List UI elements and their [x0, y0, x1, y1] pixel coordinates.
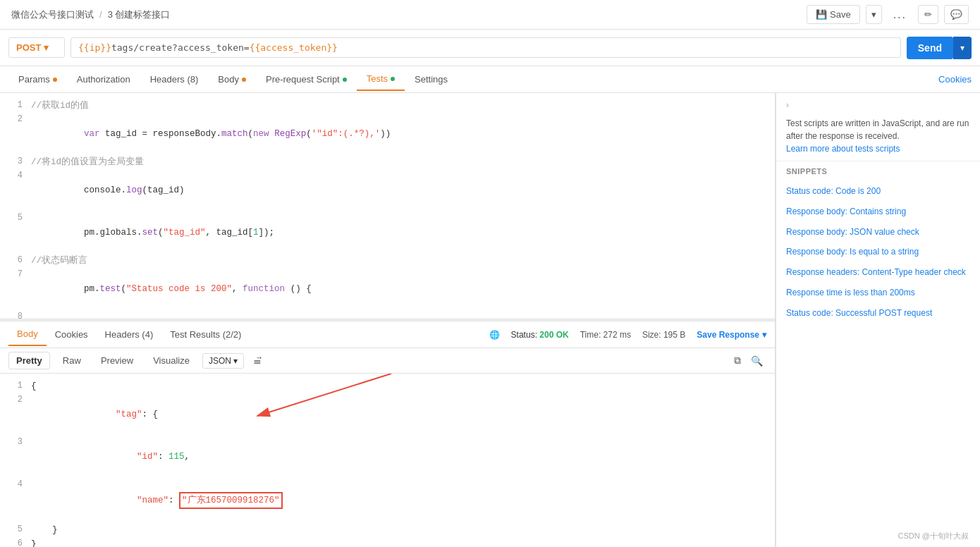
- save-resp-chevron: ▾: [762, 330, 766, 340]
- breadcrumb-separator: /: [99, 9, 102, 20]
- response-status: 🌐 Status: 200 OK Time: 272 ms Size: 195 …: [489, 330, 766, 340]
- resp-line-1: 1 {: [0, 379, 775, 393]
- send-dropdown-button[interactable]: ▾: [953, 37, 972, 59]
- search-button[interactable]: 🔍: [747, 352, 766, 369]
- header-left: 微信公众号接口测试 / 3 创建标签接口: [11, 8, 170, 21]
- save-response-button[interactable]: Save Response ▾: [697, 330, 766, 340]
- method-chevron-icon: ▾: [44, 42, 49, 53]
- header-right: 💾 Save ▾ ... ✏ 💬: [807, 5, 969, 25]
- send-wrapper: Send ▾: [907, 37, 972, 59]
- tests-dot: [391, 77, 395, 81]
- save-icon: 💾: [816, 9, 827, 20]
- status-ok: 200 OK: [539, 330, 568, 340]
- format-chevron-icon: ▾: [233, 356, 238, 366]
- url-path: tags/create?access_token=: [111, 42, 250, 53]
- right-panel-expand-icon[interactable]: ›: [786, 100, 789, 110]
- snippet-status-200[interactable]: Status code: Code is 200: [776, 181, 980, 202]
- response-time: Time: 272 ms: [580, 330, 631, 340]
- response-section: Body Cookies Headers (4) Test Results (2…: [0, 321, 775, 547]
- url-container[interactable]: {{ip}} tags/create?access_token= {{acces…: [71, 37, 901, 58]
- snippet-body-contains-string[interactable]: Response body: Contains string: [776, 202, 980, 222]
- snippet-json-value-check[interactable]: Response body: JSON value check: [776, 222, 980, 242]
- resp-line-2: 2 "tag": {: [0, 393, 775, 436]
- request-name: 3 创建标签接口: [108, 8, 171, 21]
- code-line-6: 6 //状态码断言: [0, 254, 775, 268]
- right-panel-description: Test scripts are written in JavaScript, …: [776, 117, 980, 161]
- code-editor[interactable]: 1 //获取id的值 2 var tag_id = responseBody.m…: [0, 93, 775, 319]
- more-options-button[interactable]: ...: [888, 5, 912, 25]
- url-suffix-variable: {{access_token}}: [250, 42, 338, 53]
- snippet-content-type-check[interactable]: Response headers: Content-Type header ch…: [776, 262, 980, 283]
- code-line-2: 2 var tag_id = responseBody.match(new Re…: [0, 113, 775, 155]
- learn-more-link[interactable]: Learn more about tests scripts: [786, 144, 900, 154]
- url-prefix-variable: {{ip}}: [78, 42, 111, 53]
- tab-cookies[interactable]: Cookies: [938, 74, 972, 85]
- resp-line-3: 3 "id": 115,: [0, 436, 775, 478]
- method-select[interactable]: POST ▾: [8, 37, 65, 58]
- resp-line-6: 6 }: [0, 537, 775, 547]
- resp-line-4: 4 "name": "广东1657009918276": [0, 478, 775, 523]
- format-select[interactable]: JSON ▾: [202, 353, 244, 369]
- url-bar: POST ▾ {{ip}} tags/create?access_token= …: [0, 30, 980, 66]
- resp-tab-test-results[interactable]: Test Results (2/2): [161, 324, 250, 345]
- resp-tab-cookies[interactable]: Cookies: [47, 324, 97, 345]
- fmt-right: ⧉ 🔍: [730, 352, 766, 369]
- response-tabs-bar: Body Cookies Headers (4) Test Results (2…: [0, 321, 775, 348]
- fmt-tab-pretty[interactable]: Pretty: [8, 352, 50, 369]
- resp-line-5: 5 }: [0, 523, 775, 537]
- header: 微信公众号接口测试 / 3 创建标签接口 💾 Save ▾ ... ✏ 💬: [0, 0, 980, 30]
- snippets-header: SNIPPETS: [776, 161, 980, 181]
- resp-tab-body[interactable]: Body: [8, 323, 47, 346]
- code-line-5: 5 pm.globals.set("tag_id", tag_id[1]);: [0, 211, 775, 254]
- tab-params[interactable]: Params: [8, 68, 67, 90]
- tab-pre-request-script[interactable]: Pre-request Script: [256, 68, 357, 90]
- main-area: 1 //获取id的值 2 var tag_id = responseBody.m…: [0, 93, 980, 547]
- comment-button[interactable]: 💬: [944, 5, 969, 24]
- response-body: 1 { 2 "tag": { 3 "id": 115,: [0, 374, 775, 547]
- response-size: Size: 195 B: [642, 330, 685, 340]
- code-line-7: 7 pm.test("Status code is 200", function…: [0, 268, 775, 310]
- fmt-tab-preview[interactable]: Preview: [94, 352, 140, 369]
- params-dot: [53, 78, 57, 82]
- code-line-4: 4 console.log(tag_id): [0, 169, 775, 211]
- globe-icon: 🌐: [489, 330, 500, 340]
- snippet-response-time[interactable]: Response time is less than 200ms: [776, 283, 980, 303]
- snippet-body-equal-string[interactable]: Response body: Is equal to a string: [776, 242, 980, 262]
- fmt-tab-raw[interactable]: Raw: [56, 352, 88, 369]
- save-dropdown-button[interactable]: ▾: [866, 5, 882, 24]
- tab-headers[interactable]: Headers (8): [140, 68, 209, 90]
- tab-body[interactable]: Body: [208, 68, 256, 90]
- tabs-bar: Params Authorization Headers (8) Body Pr…: [0, 66, 980, 93]
- format-bar: Pretty Raw Preview Visualize JSON ▾ ≡⃗ ⧉…: [0, 348, 775, 374]
- right-panel-header: ›: [776, 93, 980, 117]
- edit-button[interactable]: ✏: [918, 5, 938, 24]
- copy-button[interactable]: ⧉: [730, 352, 745, 369]
- tab-settings[interactable]: Settings: [405, 68, 458, 90]
- send-button[interactable]: Send: [907, 37, 953, 59]
- tab-authorization[interactable]: Authorization: [67, 68, 140, 90]
- snippet-successful-post[interactable]: Status code: Successful POST request: [776, 303, 980, 324]
- highlight-name-value: "广东1657009918276": [179, 492, 283, 509]
- wrap-button[interactable]: ≡⃗: [250, 353, 265, 369]
- editor-section: 1 //获取id的值 2 var tag_id = responseBody.m…: [0, 93, 776, 547]
- collection-name: 微信公众号接口测试: [11, 8, 94, 21]
- fmt-tab-visualize[interactable]: Visualize: [146, 352, 197, 369]
- tab-tests[interactable]: Tests: [357, 68, 405, 91]
- pre-request-dot: [343, 78, 347, 82]
- body-dot: [242, 78, 246, 82]
- save-button[interactable]: 💾 Save: [807, 5, 860, 24]
- code-line-1: 1 //获取id的值: [0, 99, 775, 113]
- code-line-8: 8 pm.response.to.have.status(200);: [0, 310, 775, 319]
- resp-tab-headers[interactable]: Headers (4): [97, 324, 162, 345]
- code-line-3: 3 //将id的值设置为全局变量: [0, 155, 775, 169]
- right-panel: › Test scripts are written in JavaScript…: [776, 93, 980, 547]
